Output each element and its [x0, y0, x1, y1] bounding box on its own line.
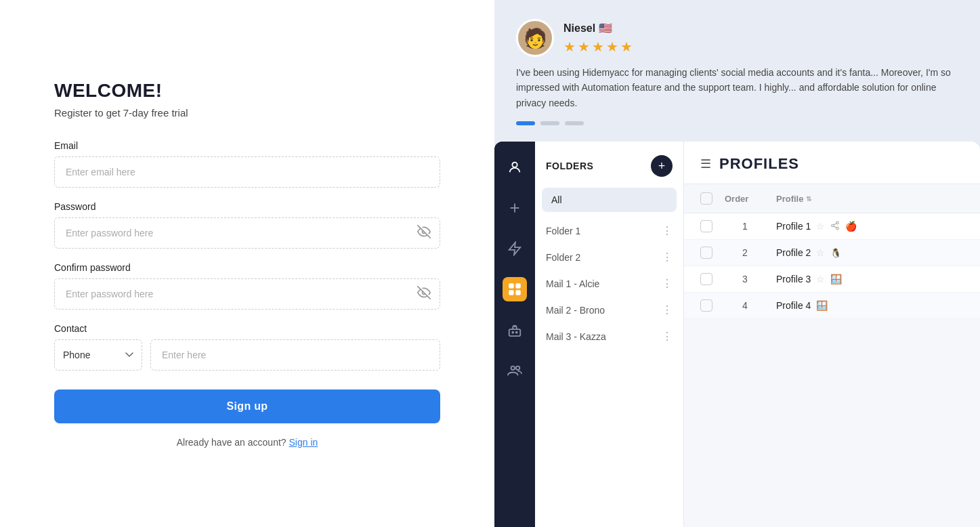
toggle-confirm-button[interactable]	[417, 286, 431, 302]
star-2: ★	[578, 39, 590, 55]
signin-link[interactable]: Sign in	[289, 437, 318, 448]
row-1-name: Profile 1	[776, 221, 811, 232]
contact-value-input[interactable]	[150, 339, 440, 371]
row-4-checkbox[interactable]	[700, 299, 712, 312]
folder-name-2: Folder 2	[546, 252, 580, 263]
svg-point-18	[836, 227, 839, 230]
folder-menu-mail3[interactable]: ⋮	[662, 330, 673, 343]
row-1-profile: Profile 1 ☆ 🍎	[776, 221, 964, 232]
sidebar-item-team[interactable]	[503, 358, 527, 383]
folder-menu-2[interactable]: ⋮	[662, 251, 673, 264]
profile-column-header: Profile ⇅	[776, 194, 964, 204]
row-3-checkbox[interactable]	[700, 273, 712, 285]
email-input[interactable]	[54, 156, 440, 188]
toggle-password-button[interactable]	[417, 225, 431, 241]
row-1-share-icon[interactable]	[830, 221, 840, 232]
row-2-star-icon[interactable]: ☆	[816, 247, 825, 258]
svg-point-12	[516, 332, 517, 333]
signup-button[interactable]: Sign up	[54, 389, 440, 423]
svg-point-14	[511, 366, 515, 371]
star-5: ★	[620, 39, 633, 55]
star-3: ★	[592, 39, 604, 55]
star-4: ★	[606, 39, 618, 55]
star-rating: ★ ★ ★ ★ ★	[563, 39, 633, 55]
profiles-panel: ☰ PROFILES Order Profile ⇅	[684, 142, 980, 527]
eye-off-icon-2	[417, 286, 431, 299]
table-row[interactable]: 4 Profile 4 🪟	[684, 293, 980, 319]
table-row[interactable]: 1 Profile 1 ☆ 🍎	[684, 213, 980, 240]
folder-name-mail2: Mail 2 - Brono	[546, 305, 605, 316]
svg-rect-10	[509, 329, 521, 336]
folder-menu-1[interactable]: ⋮	[662, 224, 673, 237]
folder-item-1[interactable]: Folder 1 ⋮	[535, 217, 683, 244]
row-1-checkbox-wrap	[700, 220, 714, 232]
select-all-check[interactable]	[700, 192, 712, 205]
folder-menu-mail2[interactable]: ⋮	[662, 303, 673, 316]
table-row[interactable]: 3 Profile 3 ☆ 🪟	[684, 266, 980, 293]
dot-3[interactable]	[565, 121, 584, 125]
folder-item-2[interactable]: Folder 2 ⋮	[535, 244, 683, 270]
email-group: Email	[54, 140, 440, 188]
avatar: 🧑	[516, 19, 554, 57]
add-folder-button[interactable]: +	[651, 155, 673, 177]
row-3-star-icon[interactable]: ☆	[816, 274, 825, 284]
sidebar-item-bots[interactable]	[503, 318, 527, 342]
row-2-os-icon: 🐧	[830, 248, 841, 258]
svg-rect-7	[516, 284, 520, 288]
sort-arrows-icon[interactable]: ⇅	[806, 195, 811, 203]
app-preview: FOLDERS + All Folder 1 ⋮ Folder 2 ⋮ Mail…	[494, 142, 980, 527]
testimonial-meta: Niesel 🇺🇸 ★ ★ ★ ★ ★	[563, 22, 633, 55]
profiles-header: ☰ PROFILES	[684, 142, 980, 184]
password-input[interactable]	[54, 217, 440, 249]
row-3-profile: Profile 3 ☆ 🪟	[776, 274, 964, 284]
welcome-title: WELCOME!	[54, 80, 440, 102]
folders-panel: FOLDERS + All Folder 1 ⋮ Folder 2 ⋮ Mail…	[535, 142, 684, 527]
svg-line-20	[834, 223, 836, 224]
profiles-title: PROFILES	[719, 155, 799, 173]
confirm-input[interactable]	[54, 278, 440, 310]
svg-rect-6	[509, 284, 513, 288]
contact-type-select[interactable]: Phone Telegram WhatsApp	[54, 339, 142, 371]
row-1-star-icon[interactable]: ☆	[816, 221, 825, 232]
sidebar-item-create[interactable]	[503, 196, 527, 220]
folder-item-mail3[interactable]: Mail 3 - Kazza ⋮	[535, 323, 683, 350]
row-2-checkbox[interactable]	[700, 247, 712, 259]
folder-menu-mail1[interactable]: ⋮	[662, 277, 673, 290]
folder-all[interactable]: All	[542, 188, 677, 212]
table-row[interactable]: 2 Profile 2 ☆ 🐧	[684, 240, 980, 266]
dot-1[interactable]	[516, 121, 535, 125]
svg-point-2	[512, 163, 517, 167]
sidebar-item-automation[interactable]	[503, 236, 527, 261]
folder-item-mail2[interactable]: Mail 2 - Brono ⋮	[535, 297, 683, 323]
select-all-checkbox[interactable]	[700, 192, 714, 205]
grid-icon	[507, 282, 522, 297]
folders-header: FOLDERS +	[535, 155, 683, 188]
row-4-profile: Profile 4 🪟	[776, 300, 964, 311]
row-2-order: 2	[725, 247, 765, 258]
row-4-order: 4	[725, 300, 765, 311]
row-4-name: Profile 4	[776, 300, 811, 311]
sidebar-item-profiles[interactable]	[503, 155, 527, 180]
confirm-wrapper	[54, 278, 440, 310]
signin-prompt-text: Already have an account?	[177, 437, 286, 448]
testimonial-text: I've been using Hidemyacc for managing c…	[516, 65, 958, 110]
sidebar-item-dashboard[interactable]	[503, 277, 527, 301]
folder-item-mail1[interactable]: Mail 1 - Alcie ⋮	[535, 270, 683, 297]
row-4-os-icon: 🪟	[816, 300, 828, 311]
hamburger-icon[interactable]: ☰	[700, 156, 711, 171]
confirm-label: Confirm password	[54, 262, 440, 273]
bot-icon	[507, 322, 522, 337]
testimonial-name: Niesel 🇺🇸	[563, 22, 633, 35]
svg-point-17	[832, 224, 834, 227]
email-label: Email	[54, 140, 440, 151]
user-icon	[507, 160, 522, 175]
welcome-subtitle: Register to get 7-day free trial	[54, 107, 440, 119]
row-3-checkbox-wrap	[700, 273, 714, 285]
dot-2[interactable]	[540, 121, 559, 125]
row-1-order: 1	[725, 221, 765, 232]
row-4-checkbox-wrap	[700, 299, 714, 312]
folder-name-mail3: Mail 3 - Kazza	[546, 331, 606, 342]
folder-name-mail1: Mail 1 - Alcie	[546, 278, 599, 289]
row-1-checkbox[interactable]	[700, 220, 712, 232]
row-3-os-icon: 🪟	[830, 274, 842, 284]
